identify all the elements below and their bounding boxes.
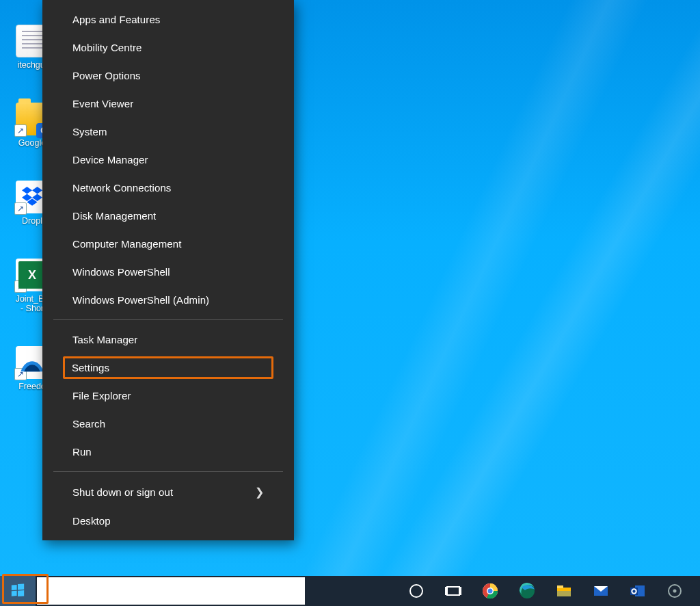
menu-item-label: Power Options — [72, 70, 141, 81]
menu-item-label: Run — [72, 446, 92, 458]
desktop-background[interactable]: itechgui ↗ G Google ↗ Dropl ↗ X Joint_Bu — [0, 0, 700, 606]
menu-item-label: Desktop — [72, 515, 111, 527]
desktop-icon-label: Freedo — [18, 382, 46, 391]
svg-rect-14 — [557, 585, 563, 588]
start-button[interactable] — [0, 576, 36, 606]
outlook-icon[interactable] — [628, 581, 648, 601]
menu-item-label: Event Viewer — [72, 98, 133, 109]
menu-item-computer-management[interactable]: Computer Management — [42, 230, 294, 258]
menu-item-mobility-centre[interactable]: Mobility Centre — [42, 34, 294, 62]
menu-item-label: Task Manager — [72, 334, 137, 345]
menu-item-system[interactable]: System — [42, 118, 294, 146]
menu-item-device-manager[interactable]: Device Manager — [42, 146, 294, 174]
menu-item-label: Apps and Features — [72, 14, 160, 25]
desktop-icon-label: Dropl — [22, 216, 42, 226]
menu-item-apps-and-features[interactable]: Apps and Features — [42, 5, 294, 34]
menu-separator — [53, 319, 283, 320]
file-explorer-icon[interactable] — [554, 581, 574, 601]
menu-item-label: Shut down or sign out — [72, 486, 173, 498]
taskbar-search-box[interactable]: Type here to search — [37, 577, 305, 605]
menu-item-windows-powershell[interactable]: Windows PowerShell — [42, 258, 294, 286]
menu-item-label: Windows PowerShell — [72, 266, 170, 278]
menu-separator — [53, 471, 283, 472]
svg-point-11 — [488, 589, 493, 594]
menu-item-desktop[interactable]: Desktop — [42, 507, 294, 535]
menu-item-label: File Explorer — [72, 390, 131, 401]
menu-item-network-connections[interactable]: Network Connections — [42, 174, 294, 202]
svg-point-4 — [410, 585, 422, 597]
menu-item-label: Windows PowerShell (Admin) — [72, 294, 209, 306]
chevron-right-icon: ❯ — [255, 486, 264, 499]
menu-item-label: Disk Management — [72, 210, 156, 222]
svg-rect-1 — [18, 583, 24, 590]
menu-item-file-explorer[interactable]: File Explorer — [42, 382, 294, 410]
svg-rect-5 — [447, 587, 459, 595]
menu-item-label: Settings — [72, 362, 109, 373]
menu-item-settings[interactable]: Settings — [63, 356, 273, 379]
menu-item-event-viewer[interactable]: Event Viewer — [42, 90, 294, 118]
menu-item-disk-management[interactable]: Disk Management — [42, 202, 294, 230]
menu-item-shut-down-or-sign-out[interactable]: Shut down or sign out ❯ — [42, 477, 294, 507]
menu-item-label: Device Manager — [72, 154, 148, 166]
menu-item-label: System — [72, 126, 107, 137]
svg-point-21 — [673, 590, 677, 593]
winx-context-menu: Apps and Features Mobility Centre Power … — [42, 0, 294, 540]
menu-item-windows-powershell-admin[interactable]: Windows PowerShell (Admin) — [42, 286, 294, 314]
shortcut-arrow-icon: ↗ — [14, 124, 27, 137]
windows-logo-icon — [10, 583, 25, 598]
task-view-icon[interactable] — [443, 581, 463, 601]
menu-item-task-manager[interactable]: Task Manager — [42, 326, 294, 354]
svg-rect-0 — [12, 585, 17, 590]
menu-item-label: Network Connections — [72, 182, 171, 194]
svg-rect-3 — [18, 590, 24, 596]
menu-item-run[interactable]: Run — [42, 438, 294, 466]
menu-item-label: Computer Management — [72, 238, 181, 250]
menu-item-label: Search — [72, 418, 105, 430]
svg-rect-2 — [12, 591, 17, 596]
chrome-icon[interactable] — [480, 581, 500, 601]
mail-icon[interactable] — [591, 581, 611, 601]
menu-item-search[interactable]: Search — [42, 410, 294, 438]
menu-item-label: Mobility Centre — [72, 42, 142, 53]
taskbar: Type here to search — [0, 576, 700, 606]
label-line: - Shor — [21, 304, 44, 313]
taskbar-pinned-apps — [406, 576, 700, 606]
edge-icon[interactable] — [517, 581, 537, 601]
svg-rect-15 — [557, 591, 571, 596]
menu-item-power-options[interactable]: Power Options — [42, 62, 294, 90]
cortana-icon[interactable] — [406, 581, 427, 601]
circle-icon[interactable] — [664, 581, 685, 601]
